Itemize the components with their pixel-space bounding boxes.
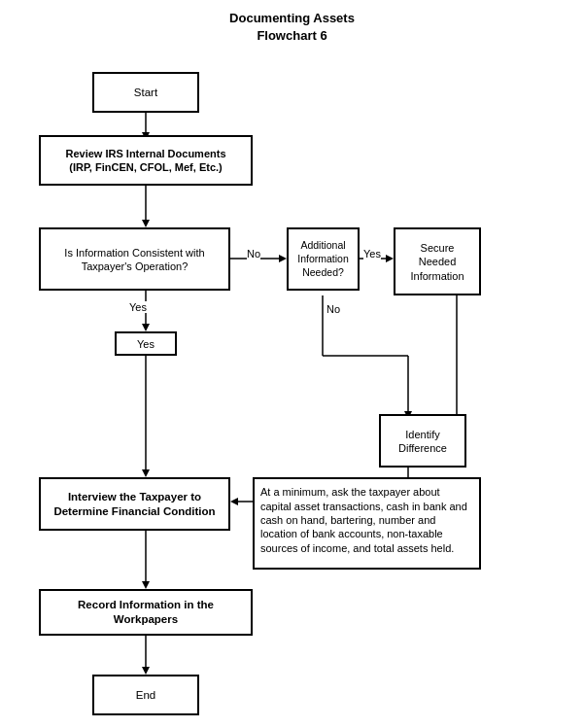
secure-info-box: Secure Needed Information — [394, 227, 481, 295]
end-box: End — [92, 675, 199, 715]
svg-marker-23 — [142, 581, 150, 589]
is-consistent-box: Is Information Consistent with Taxpayer'… — [39, 227, 230, 291]
note-box: At a minimum, ask the taxpayer about cap… — [253, 477, 481, 570]
review-box: Review IRS Internal Documents (IRP, FinC… — [39, 135, 253, 186]
page: Documenting Assets Flowchart 6 — [0, 0, 584, 728]
svg-marker-16 — [142, 324, 150, 331]
additional-info-box: Additional Information Needed? — [287, 227, 360, 291]
svg-marker-5 — [279, 255, 287, 262]
flowchart: No Yes No Yes Start Review IRS Internal … — [0, 54, 584, 728]
interview-box: Interview the Taxpayer to Determine Fina… — [39, 477, 230, 531]
identify-diff-box: Identify Difference — [379, 414, 466, 468]
yes-label-2: Yes — [129, 301, 147, 313]
yes-box: Yes — [115, 331, 177, 356]
svg-marker-25 — [142, 667, 150, 675]
svg-marker-7 — [386, 255, 394, 262]
svg-marker-3 — [142, 220, 150, 227]
svg-marker-21 — [230, 498, 238, 505]
start-box: Start — [92, 72, 199, 113]
svg-marker-18 — [142, 469, 150, 477]
record-box: Record Information in the Workpapers — [39, 589, 253, 636]
yes-label-1: Yes — [363, 248, 381, 260]
no-label-1: No — [247, 248, 260, 260]
page-title: Documenting Assets Flowchart 6 — [0, 10, 584, 45]
no-label-2: No — [326, 303, 340, 315]
